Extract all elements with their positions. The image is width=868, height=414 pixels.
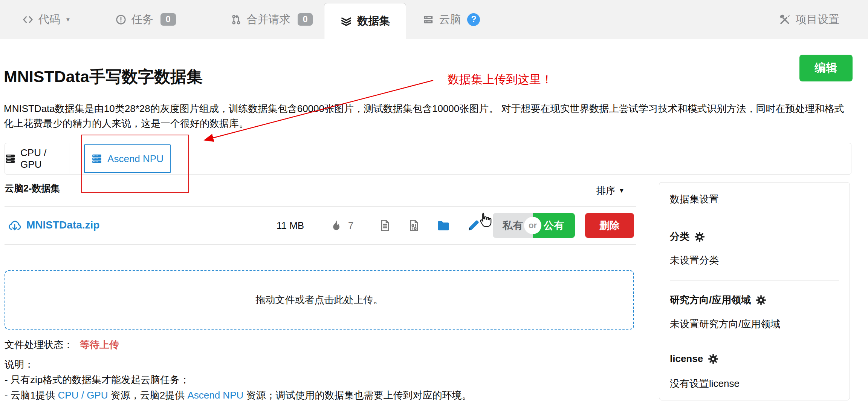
page-title: MNISTData手写数字数据集 (4, 66, 203, 88)
server-icon (91, 153, 102, 164)
nav-item-settings[interactable]: 项目设置 (779, 12, 839, 27)
section-heading: 云脑2-数据集 (5, 182, 60, 195)
chevron-down-icon: ▼ (619, 187, 625, 194)
binary-file-icon[interactable] (407, 219, 421, 232)
env-tab-strip: CPU / GPU Ascend NPU (5, 143, 851, 175)
nav-item-issues[interactable]: 任务 0 (115, 12, 176, 27)
nav-tab-datasets[interactable]: 数据集 (324, 3, 406, 39)
or-divider: or (524, 217, 541, 234)
pull-request-icon (231, 14, 242, 25)
notes-line2: - 云脑1提供 CPU / GPU 资源，云脑2提供 Ascend NPU 资源… (5, 388, 472, 403)
dataset-file-row: MNISTData.zip 11 MB 7 私有 公有 or 删除 (5, 206, 636, 245)
file-size: 11 MB (277, 220, 304, 232)
notes-line2-suffix: 资源；调试使用的数据集也需要上传到对应的环境。 (243, 389, 471, 401)
pulls-count-badge: 0 (298, 13, 313, 26)
license-label-text: license (670, 353, 703, 365)
delete-button[interactable]: 删除 (585, 213, 634, 238)
gear-icon[interactable] (755, 294, 767, 306)
divider (670, 341, 839, 341)
notes-line2-mid: 资源，云脑2提供 (108, 389, 188, 401)
notes-line1: - 只有zip格式的数据集才能发起云脑任务； (5, 372, 472, 388)
nav-cloudbrain-label: 云脑 (439, 12, 461, 27)
flame-icon (329, 219, 341, 231)
tab-ascend-npu-label: Ascend NPU (107, 153, 164, 165)
nav-datasets-label: 数据集 (357, 14, 390, 29)
cloud-download-icon (8, 218, 22, 233)
tab-ascend-npu[interactable]: Ascend NPU (84, 144, 171, 173)
server-icon (5, 153, 16, 164)
cloudbrain-icon (423, 14, 434, 25)
nav-item-pulls[interactable]: 合并请求 0 (231, 12, 313, 27)
dataset-page: 代码 ▼ 任务 0 合并请求 0 数据集 云脑 ? 项目设置 MNISTData… (0, 0, 868, 414)
status-value: 等待上传 (80, 338, 119, 351)
nav-issues-label: 任务 (131, 12, 153, 27)
notes-heading: 说明： (5, 357, 472, 372)
gear-icon[interactable] (708, 353, 719, 365)
download-count: 7 (348, 220, 353, 232)
annotation-text: 数据集上传到这里！ (448, 72, 553, 87)
dropzone-text: 拖动文件或者点击此处上传。 (256, 293, 383, 307)
sort-dropdown[interactable]: 排序 ▼ (596, 184, 625, 197)
divider (670, 280, 839, 281)
file-text-icon[interactable] (378, 219, 392, 232)
repo-nav: 代码 ▼ 任务 0 合并请求 0 数据集 云脑 ? 项目设置 (0, 0, 868, 39)
dataset-layers-icon (340, 15, 352, 27)
category-label-text: 分类 (670, 230, 689, 243)
category-label: 分类 (670, 230, 705, 243)
chevron-down-icon: ▼ (65, 16, 71, 23)
sidebar-title: 数据集设置 (670, 193, 719, 206)
status-label: 文件处理状态： (5, 338, 73, 351)
edit-button[interactable]: 编辑 (799, 55, 853, 81)
sort-label: 排序 (596, 184, 615, 197)
issues-count-badge: 0 (160, 13, 176, 26)
nav-pulls-label: 合并请求 (247, 12, 290, 27)
gear-icon[interactable] (694, 231, 705, 242)
tools-icon (779, 14, 791, 26)
nav-settings-label: 项目设置 (796, 12, 839, 27)
tab-cpu-gpu-label: CPU / GPU (20, 147, 69, 170)
folder-icon[interactable] (436, 219, 451, 233)
license-value: 没有设置license (670, 377, 740, 390)
file-name-link[interactable]: MNISTData.zip (26, 219, 99, 231)
divider (670, 220, 839, 220)
issue-icon (115, 14, 127, 25)
category-value: 未设置分类 (670, 254, 719, 267)
notes-line2-prefix: - 云脑1提供 (5, 389, 58, 401)
nav-item-code[interactable]: 代码 ▼ (22, 12, 71, 27)
help-icon[interactable]: ? (467, 13, 480, 26)
dataset-description: MNISTData数据集是由10类28*28的灰度图片组成，训练数据集包含600… (4, 101, 852, 131)
ascend-npu-link[interactable]: Ascend NPU (187, 389, 243, 401)
research-field-value: 未设置研究方向/应用领域 (670, 317, 780, 331)
license-label: license (670, 353, 719, 365)
cpu-gpu-link[interactable]: CPU / GPU (58, 389, 108, 401)
nav-code-label: 代码 (38, 12, 60, 27)
code-icon (22, 14, 34, 25)
dataset-settings-panel: 数据集设置 分类 未设置分类 研究方向/应用领域 未设置研究方向/应用领域 li… (659, 182, 850, 400)
notes-block: 说明： - 只有zip格式的数据集才能发起云脑任务； - 云脑1提供 CPU /… (5, 357, 472, 403)
hand-cursor (476, 211, 494, 228)
nav-item-cloudbrain[interactable]: 云脑 ? (423, 12, 480, 27)
upload-dropzone[interactable]: 拖动文件或者点击此处上传。 (5, 270, 634, 330)
tab-cpu-gpu[interactable]: CPU / GPU (5, 143, 69, 174)
research-field-label-text: 研究方向/应用领域 (670, 293, 751, 307)
research-field-label: 研究方向/应用领域 (670, 293, 767, 307)
file-status-line: 文件处理状态： 等待上传 (5, 338, 119, 351)
